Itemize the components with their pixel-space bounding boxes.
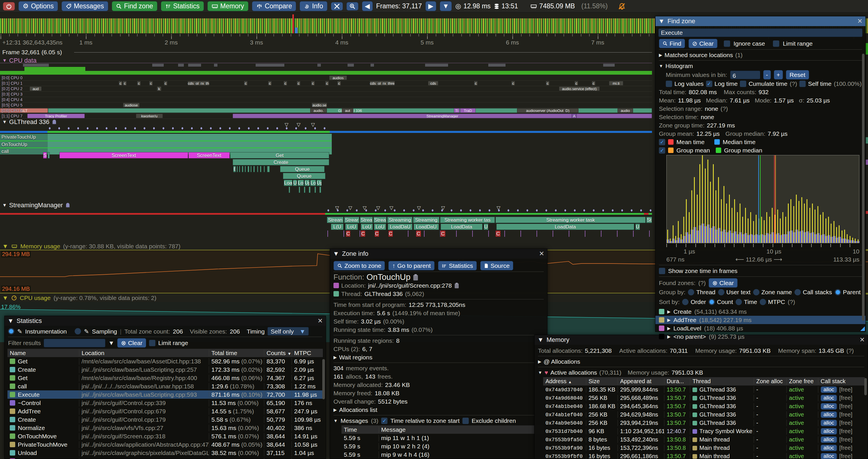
show-zone-time-checkbox[interactable] — [659, 268, 665, 274]
clipboard-icon[interactable] — [413, 274, 418, 281]
found-clear-button[interactable]: ⊗Clear — [709, 278, 738, 288]
timeline-zone[interactable] — [267, 166, 270, 172]
timeline-zone[interactable]: Strea — [373, 217, 386, 223]
cpu-zone-chip[interactable]: aud — [30, 87, 42, 91]
log-time-checkbox[interactable]: ✓ — [706, 81, 712, 87]
glthread-samples[interactable] — [48, 126, 332, 130]
timeline-zone[interactable]: LoadData — [441, 224, 483, 230]
cpu-zone-chip[interactable]: audiose — [123, 103, 140, 107]
cpu-zone-chip[interactable]: Tracy Profiler — [27, 114, 85, 118]
group-by-radio-option[interactable]: Thread — [688, 288, 715, 296]
statistics-row[interactable]: Create jni/../jni/src/guif/Control.cpp:1… — [7, 415, 323, 424]
cpu-zone-chip[interactable]: audio.service (effect) — [559, 87, 600, 91]
cpu-zone-chip[interactable]: audio — [618, 108, 633, 113]
counts-sort-header[interactable]: Counts ▼ — [264, 350, 292, 357]
streaming-samples[interactable] — [326, 208, 652, 212]
allocations-list-expander[interactable]: ▶Allocations list — [330, 405, 547, 414]
funnel-icon[interactable]: ▼ — [108, 339, 114, 347]
cpu-zone-chip[interactable]: c — [268, 81, 272, 86]
find-button[interactable]: Find — [659, 39, 685, 48]
timeline-zone[interactable]: Streaming worker tas — [440, 217, 495, 223]
cumulate-time-checkbox[interactable] — [740, 81, 746, 87]
cpu-zone-chip[interactable]: audio. — [310, 108, 327, 113]
zoom-to-zone-button[interactable]: Zoom to zone — [334, 261, 385, 270]
statistics-button[interactable]: Statistics — [161, 1, 204, 11]
timeline-zone[interactable]: LoadDaU — [388, 224, 412, 230]
group-by-radio-option[interactable]: Zone name — [753, 288, 792, 296]
timeline-zone[interactable]: C — [495, 230, 501, 237]
memory-button[interactable]: Memory — [207, 1, 248, 11]
timeline-zone[interactable]: Queue — [280, 166, 324, 172]
cpu-zone-chip[interactable]: c — [297, 81, 301, 86]
found-zone-row[interactable]: ▶ LoadLevel (18) 406.88 µs — [655, 324, 865, 332]
bin-reset-button[interactable]: Reset — [786, 70, 809, 79]
clipboard-icon[interactable] — [454, 283, 459, 289]
cpu-zone-chip[interactable]: cds — [428, 81, 438, 86]
active-allocations-expander[interactable]: ▼ ♥ Active allocations(70,311) Memory us… — [534, 368, 868, 376]
cpu-zone-chip[interactable]: c — [137, 81, 141, 86]
statistics-row[interactable]: ~Control jni/../jni/src/guif/Control.cpp… — [7, 399, 323, 407]
timeline-zone[interactable] — [260, 166, 261, 172]
mute-bell-button[interactable] — [618, 3, 626, 10]
cpu-row[interactable]: [0:1] CPU 1 ccccccds_ol_rx_thrccccccccds… — [0, 81, 652, 86]
group-by-radio-option[interactable]: Call stacks — [795, 288, 832, 296]
memory-plot-header[interactable]: ▼ Memory usage(y-range: 30.88 KB, visibl… — [2, 243, 180, 250]
sort-by-radio-option[interactable]: Time — [736, 298, 757, 306]
find-zone-scrollbar[interactable] — [862, 54, 865, 321]
timeline-zone[interactable]: C — [388, 230, 393, 237]
self-time-checkbox[interactable] — [799, 81, 806, 87]
timeline-zone[interactable] — [239, 166, 240, 172]
alloc-callstack-button[interactable]: alloc — [820, 386, 837, 393]
timeline-zone[interactable]: C — [375, 230, 379, 237]
cpu-zone-chip[interactable]: aut — [342, 108, 353, 113]
cpu-zone-chip[interactable]: StreamingManager — [232, 114, 652, 118]
cpu-zone-chip[interactable]: mi.ti — [609, 81, 623, 86]
timeline-zone[interactable] — [309, 187, 310, 193]
timeline-zone[interactable]: E — [233, 166, 236, 172]
message-row[interactable]: 5.59 smip 10 w 2 h 2 (4) — [342, 442, 544, 450]
cpu-zone-chip[interactable]: TraD — [460, 108, 476, 113]
alloc-callstack-button[interactable]: alloc — [820, 395, 837, 401]
timeline-zone[interactable]: ScreenText — [188, 152, 230, 159]
cpu-zone-chip[interactable]: c — [149, 81, 153, 86]
cpu-row[interactable]: [0:0] CPU 0 audios — [0, 75, 652, 81]
alloc-callstack-button[interactable]: alloc — [820, 445, 837, 451]
messages-table-header[interactable]: TimeMessage — [342, 425, 544, 434]
cpu-zone-chip[interactable]: kworker/u — [136, 114, 163, 118]
cpu-row[interactable]: [0:3] CPU 3 — [0, 92, 652, 97]
limit-range-checkbox[interactable] — [773, 40, 779, 47]
bin-plus-button[interactable]: + — [774, 70, 783, 79]
time-relative-checkbox[interactable]: ✓ — [381, 418, 388, 424]
cpu-row[interactable]: [0:4] CPU 4 — [0, 97, 652, 102]
statistics-row[interactable]: Normalize jni/../jni/src/claw/vfs/Vfs.cp… — [7, 424, 323, 432]
cpu-zone-chip[interactable]: audio.se — [312, 103, 327, 107]
timeline-zone[interactable]: C — [416, 230, 421, 237]
zone-private-touch-up[interactable]: PrivateTouchUp — [0, 134, 332, 141]
timeline-zone[interactable]: Strea — [360, 217, 373, 223]
mean-time-checkbox[interactable]: ✓ — [659, 139, 665, 145]
messages-button[interactable]: Messages — [61, 1, 108, 11]
statistics-row[interactable]: PrivateTouchMove jni/../jni/src/claw/app… — [7, 440, 323, 449]
zone-info-titlebar[interactable]: ▼Zone info ✕ — [330, 249, 547, 259]
go-to-parent-button[interactable]: ↑Go to parent — [388, 261, 434, 270]
statistics-table-header[interactable]: NameLocation Total timeCounts ▼ MTPC — [7, 349, 323, 357]
statistics-row[interactable]: AddTree jni/../jni/src/guif/Control.cpp:… — [7, 407, 323, 415]
cpu-zone-chip[interactable]: c — [337, 81, 341, 86]
timeline-zone[interactable]: LoU — [345, 224, 358, 230]
message-row[interactable]: 5.59 smip 11 w 1 h 1 (1) — [342, 434, 544, 442]
timeline-zone[interactable] — [242, 166, 243, 172]
info-button[interactable]: Info — [300, 1, 327, 11]
collapse-icon[interactable]: ▼ — [334, 417, 338, 425]
source-button[interactable]: Source — [480, 261, 514, 270]
timeline-zone[interactable]: Up — [316, 180, 322, 186]
close-icon[interactable]: ✕ — [539, 250, 544, 258]
statistics-row[interactable]: call jni/../jni/../../../src/claw/base/L… — [7, 382, 323, 390]
timeline-zone[interactable]: C — [361, 230, 365, 237]
messages-expander[interactable]: Messages — [341, 417, 368, 425]
matched-locations-expander[interactable]: ▶Matched source locations(1) — [655, 51, 865, 59]
cpu-row[interactable]: [0:2] CPU 2 audkaudio.service (effect) — [0, 86, 652, 92]
group-mean-checkbox[interactable]: ✓ — [659, 147, 665, 154]
resize-grip[interactable] — [860, 326, 865, 331]
find-zone-button[interactable]: Find zone — [112, 1, 157, 11]
timeline-zone[interactable] — [250, 166, 252, 172]
